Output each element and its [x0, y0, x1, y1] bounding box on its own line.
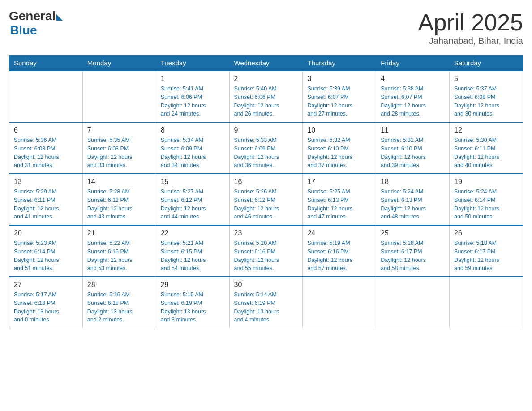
day-info: Sunrise: 5:29 AM Sunset: 6:11 PM Dayligh…: [14, 188, 78, 221]
day-info: Sunrise: 5:23 AM Sunset: 6:14 PM Dayligh…: [14, 239, 78, 273]
calendar-cell: 11Sunrise: 5:31 AM Sunset: 6:10 PM Dayli…: [376, 122, 450, 174]
calendar-cell: [9, 71, 83, 122]
day-number: 15: [161, 178, 225, 186]
day-number: 28: [87, 281, 151, 289]
day-number: 1: [161, 75, 225, 83]
day-number: 2: [234, 75, 298, 83]
weekday-header-saturday: Saturday: [450, 56, 523, 71]
logo: General Blue: [9, 9, 63, 38]
day-info: Sunrise: 5:35 AM Sunset: 6:08 PM Dayligh…: [87, 136, 151, 170]
calendar-cell: 7Sunrise: 5:35 AM Sunset: 6:08 PM Daylig…: [82, 122, 156, 174]
calendar-cell: [82, 71, 156, 122]
calendar-cell: 10Sunrise: 5:32 AM Sunset: 6:10 PM Dayli…: [303, 122, 376, 174]
calendar-cell: 28Sunrise: 5:16 AM Sunset: 6:18 PM Dayli…: [82, 277, 156, 328]
calendar-cell: 24Sunrise: 5:19 AM Sunset: 6:16 PM Dayli…: [303, 225, 376, 277]
day-number: 6: [14, 126, 78, 134]
calendar-cell: 23Sunrise: 5:20 AM Sunset: 6:16 PM Dayli…: [229, 225, 303, 277]
day-number: 25: [381, 229, 445, 237]
calendar-cell: 8Sunrise: 5:34 AM Sunset: 6:09 PM Daylig…: [156, 122, 229, 174]
day-number: 21: [87, 229, 151, 237]
day-info: Sunrise: 5:30 AM Sunset: 6:11 PM Dayligh…: [454, 136, 518, 170]
calendar-cell: 14Sunrise: 5:28 AM Sunset: 6:12 PM Dayli…: [82, 174, 156, 225]
day-info: Sunrise: 5:24 AM Sunset: 6:13 PM Dayligh…: [381, 188, 445, 221]
calendar-cell: 16Sunrise: 5:26 AM Sunset: 6:12 PM Dayli…: [229, 174, 303, 225]
day-info: Sunrise: 5:18 AM Sunset: 6:17 PM Dayligh…: [381, 239, 445, 273]
calendar-cell: [450, 277, 523, 328]
calendar-cell: 3Sunrise: 5:39 AM Sunset: 6:07 PM Daylig…: [303, 71, 376, 122]
week-row-0: 1Sunrise: 5:41 AM Sunset: 6:06 PM Daylig…: [9, 71, 523, 122]
day-info: Sunrise: 5:17 AM Sunset: 6:18 PM Dayligh…: [14, 291, 78, 324]
calendar-cell: 20Sunrise: 5:23 AM Sunset: 6:14 PM Dayli…: [9, 225, 83, 277]
calendar-cell: 21Sunrise: 5:22 AM Sunset: 6:15 PM Dayli…: [82, 225, 156, 277]
weekday-header-row: SundayMondayTuesdayWednesdayThursdayFrid…: [9, 56, 523, 71]
day-info: Sunrise: 5:21 AM Sunset: 6:15 PM Dayligh…: [161, 239, 225, 273]
day-info: Sunrise: 5:36 AM Sunset: 6:08 PM Dayligh…: [14, 136, 78, 170]
day-info: Sunrise: 5:33 AM Sunset: 6:09 PM Dayligh…: [234, 136, 298, 170]
calendar-cell: 25Sunrise: 5:18 AM Sunset: 6:17 PM Dayli…: [376, 225, 450, 277]
calendar-cell: 26Sunrise: 5:18 AM Sunset: 6:17 PM Dayli…: [450, 225, 523, 277]
weekday-header-thursday: Thursday: [303, 56, 376, 71]
calendar-cell: 15Sunrise: 5:27 AM Sunset: 6:12 PM Dayli…: [156, 174, 229, 225]
calendar-cell: 12Sunrise: 5:30 AM Sunset: 6:11 PM Dayli…: [450, 122, 523, 174]
day-number: 7: [87, 126, 151, 134]
day-info: Sunrise: 5:31 AM Sunset: 6:10 PM Dayligh…: [381, 136, 445, 170]
day-number: 10: [307, 126, 371, 134]
day-info: Sunrise: 5:16 AM Sunset: 6:18 PM Dayligh…: [87, 291, 151, 324]
day-number: 23: [234, 229, 298, 237]
day-info: Sunrise: 5:14 AM Sunset: 6:19 PM Dayligh…: [234, 291, 298, 324]
day-number: 17: [307, 178, 371, 186]
weekday-header-sunday: Sunday: [9, 56, 83, 71]
page-header: General Blue April 2025 Jahanabad, Bihar…: [9, 9, 523, 46]
day-number: 4: [381, 75, 445, 83]
calendar-cell: 27Sunrise: 5:17 AM Sunset: 6:18 PM Dayli…: [9, 277, 83, 328]
day-number: 27: [14, 281, 78, 289]
logo-general-text: General: [9, 9, 56, 23]
day-number: 24: [307, 229, 371, 237]
calendar-cell: 4Sunrise: 5:38 AM Sunset: 6:07 PM Daylig…: [376, 71, 450, 122]
day-number: 9: [234, 126, 298, 134]
calendar-cell: 1Sunrise: 5:41 AM Sunset: 6:06 PM Daylig…: [156, 71, 229, 122]
calendar-cell: [376, 277, 450, 328]
day-info: Sunrise: 5:34 AM Sunset: 6:09 PM Dayligh…: [161, 136, 225, 170]
week-row-2: 13Sunrise: 5:29 AM Sunset: 6:11 PM Dayli…: [9, 174, 523, 225]
day-number: 22: [161, 229, 225, 237]
day-info: Sunrise: 5:20 AM Sunset: 6:16 PM Dayligh…: [234, 239, 298, 273]
day-info: Sunrise: 5:27 AM Sunset: 6:12 PM Dayligh…: [161, 188, 225, 221]
week-row-3: 20Sunrise: 5:23 AM Sunset: 6:14 PM Dayli…: [9, 225, 523, 277]
day-number: 5: [454, 75, 518, 83]
calendar-cell: 29Sunrise: 5:15 AM Sunset: 6:19 PM Dayli…: [156, 277, 229, 328]
title-block: April 2025 Jahanabad, Bihar, India: [418, 9, 523, 46]
day-info: Sunrise: 5:32 AM Sunset: 6:10 PM Dayligh…: [307, 136, 371, 170]
calendar-cell: 22Sunrise: 5:21 AM Sunset: 6:15 PM Dayli…: [156, 225, 229, 277]
day-number: 12: [454, 126, 518, 134]
calendar-table: SundayMondayTuesdayWednesdayThursdayFrid…: [9, 55, 523, 328]
calendar-cell: 6Sunrise: 5:36 AM Sunset: 6:08 PM Daylig…: [9, 122, 83, 174]
location-title: Jahanabad, Bihar, India: [418, 36, 523, 46]
calendar-cell: [303, 277, 376, 328]
day-number: 18: [381, 178, 445, 186]
day-info: Sunrise: 5:38 AM Sunset: 6:07 PM Dayligh…: [381, 85, 445, 118]
calendar-cell: 18Sunrise: 5:24 AM Sunset: 6:13 PM Dayli…: [376, 174, 450, 225]
calendar-cell: 2Sunrise: 5:40 AM Sunset: 6:06 PM Daylig…: [229, 71, 303, 122]
weekday-header-wednesday: Wednesday: [229, 56, 303, 71]
day-info: Sunrise: 5:28 AM Sunset: 6:12 PM Dayligh…: [87, 188, 151, 221]
day-info: Sunrise: 5:39 AM Sunset: 6:07 PM Dayligh…: [307, 85, 371, 118]
day-number: 26: [454, 229, 518, 237]
day-info: Sunrise: 5:22 AM Sunset: 6:15 PM Dayligh…: [87, 239, 151, 273]
calendar-cell: 13Sunrise: 5:29 AM Sunset: 6:11 PM Dayli…: [9, 174, 83, 225]
calendar-cell: 30Sunrise: 5:14 AM Sunset: 6:19 PM Dayli…: [229, 277, 303, 328]
day-number: 13: [14, 178, 78, 186]
day-info: Sunrise: 5:37 AM Sunset: 6:08 PM Dayligh…: [454, 85, 518, 118]
logo-arrow-icon: [56, 14, 63, 21]
weekday-header-friday: Friday: [376, 56, 450, 71]
calendar-cell: 19Sunrise: 5:24 AM Sunset: 6:14 PM Dayli…: [450, 174, 523, 225]
day-number: 29: [161, 281, 225, 289]
day-number: 3: [307, 75, 371, 83]
day-info: Sunrise: 5:19 AM Sunset: 6:16 PM Dayligh…: [307, 239, 371, 273]
weekday-header-tuesday: Tuesday: [156, 56, 229, 71]
day-number: 30: [234, 281, 298, 289]
day-number: 8: [161, 126, 225, 134]
day-number: 11: [381, 126, 445, 134]
day-info: Sunrise: 5:25 AM Sunset: 6:13 PM Dayligh…: [307, 188, 371, 221]
day-number: 16: [234, 178, 298, 186]
